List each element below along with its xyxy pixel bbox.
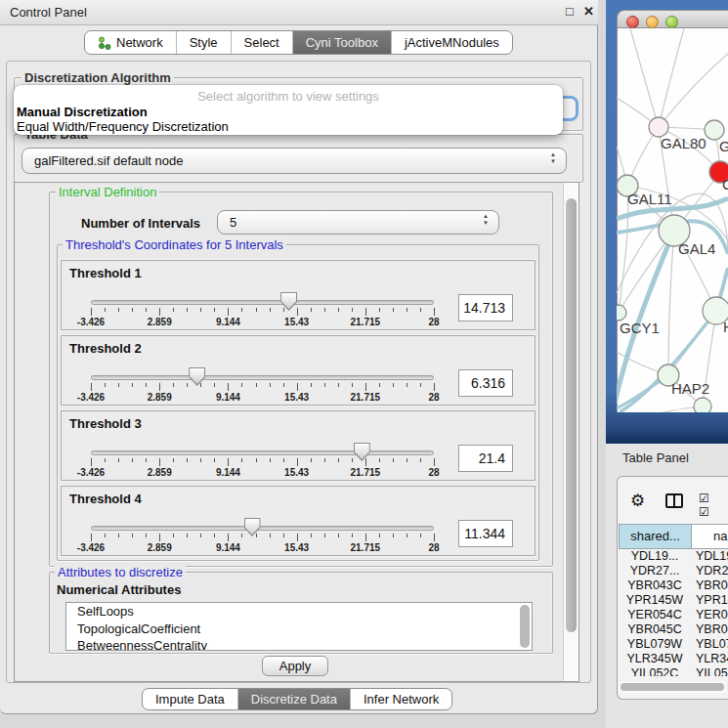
slider-handle[interactable]: [354, 443, 370, 461]
cell-name: YDR27: [696, 564, 728, 578]
table-row[interactable]: YDL19...YDL19: [619, 549, 728, 564]
slider-tick: [159, 308, 160, 316]
slider-tick: [324, 534, 325, 537]
slider-tick: [352, 458, 353, 462]
threshold-value-field[interactable]: 21.4: [458, 445, 513, 472]
tab-infer-network[interactable]: Infer Network: [350, 689, 451, 709]
application-root: Control Panel □ ✕ Network Style Select C…: [0, 0, 728, 728]
threshold-label: Threshold 3: [69, 416, 142, 431]
slider-tick-label: 9.144: [216, 317, 240, 327]
slider-handle[interactable]: [189, 367, 205, 386]
menu-item-equal-width-frequency[interactable]: Equal Width/Frequency Discretization: [17, 119, 229, 134]
slider-tick-label: 21.715: [351, 317, 381, 327]
threshold-row: Threshold 2-3.4262.8599.14415.4321.71528…: [61, 335, 535, 406]
slider-tick: [324, 458, 325, 462]
slider-handle[interactable]: [244, 518, 261, 536]
table-row[interactable]: YIL052CYIL05: [619, 666, 728, 676]
threshold-value-field[interactable]: 14.713: [458, 294, 513, 321]
slider-tick-label: 28: [428, 392, 439, 403]
slider-tick: [146, 383, 147, 387]
attribute-list-item[interactable]: TopologicalCoefficient: [66, 621, 532, 638]
minimize-traffic-light-icon[interactable]: [646, 16, 659, 28]
slider-tick: [105, 308, 106, 312]
slider-track[interactable]: [91, 450, 434, 455]
table-row[interactable]: YLR345WYLR34: [619, 652, 728, 666]
menu-item-manual-discretization[interactable]: Manual Discretization: [17, 105, 148, 119]
tab-network[interactable]: Network: [85, 31, 176, 54]
table-row[interactable]: YBR045CYBR04: [619, 622, 728, 637]
table-rows[interactable]: YDL19...YDL19YDR27...YDR27YBR043CYBR04YP…: [619, 549, 728, 676]
slider-tick: [118, 458, 119, 462]
attributes-scrollbar-thumb[interactable]: [520, 605, 530, 648]
slider-tick-label: 2.859: [148, 392, 172, 403]
gear-icon[interactable]: ⚙: [630, 491, 645, 511]
slider-track[interactable]: [91, 300, 434, 305]
table-row[interactable]: YBR043CYBR04: [619, 578, 728, 593]
number-of-intervals-combobox[interactable]: 5 ▲▼: [217, 210, 499, 235]
split-columns-icon[interactable]: [665, 493, 683, 508]
slider-tick: [283, 383, 284, 387]
slider-track[interactable]: [91, 526, 434, 531]
slider-tick: [324, 383, 325, 387]
slider-tick: [200, 383, 201, 387]
network-window-titlebar[interactable]: [617, 10, 728, 28]
threshold-row: Threshold 4-3.4262.8599.14415.4321.71528…: [61, 486, 535, 556]
slider-tick: [434, 383, 435, 391]
bottom-tabbar: Impute Data Discretize Data Infer Networ…: [142, 688, 452, 710]
network-edge[interactable]: [668, 231, 674, 375]
slider-tick: [132, 308, 133, 312]
slider-tick-label: 2.859: [148, 317, 172, 327]
close-traffic-light-icon[interactable]: [626, 16, 639, 28]
threshold-label: Threshold 4: [69, 492, 142, 506]
slider-tick: [105, 458, 106, 462]
number-of-intervals-label: Number of Intervals: [81, 216, 200, 231]
table-row[interactable]: YPR145WYPR14: [619, 593, 728, 608]
column-header-name[interactable]: na: [691, 524, 728, 549]
tab-style[interactable]: Style: [176, 31, 231, 54]
node-topright[interactable]: [705, 120, 724, 140]
float-icon[interactable]: □: [566, 4, 574, 19]
slider-tick: [173, 308, 174, 312]
cell-shared-name: YBL079W: [619, 637, 691, 651]
node-gal80[interactable]: [649, 117, 668, 137]
numerical-attributes-list[interactable]: SelfLoopsTopologicalCoefficientBetweenne…: [65, 602, 533, 651]
tab-select[interactable]: Select: [231, 31, 292, 54]
table-data-combobox[interactable]: galFiltered.sif default node ▲▼: [21, 148, 567, 174]
tab-discretize-data[interactable]: Discretize Data: [237, 689, 350, 709]
slider-tick: [420, 383, 421, 387]
attribute-list-item[interactable]: SelfLoops: [66, 603, 532, 621]
threshold-label: Threshold 1: [69, 266, 142, 280]
tab-impute-data[interactable]: Impute Data: [143, 689, 237, 709]
cell-shared-name: YBR045C: [619, 622, 691, 636]
slider-tick: [214, 534, 215, 537]
slider-tick: [256, 458, 257, 462]
slider-tick-label: 15.43: [284, 467, 309, 478]
zoom-traffic-light-icon[interactable]: [665, 16, 678, 28]
network-edge[interactable]: [659, 54, 728, 127]
slider-tick: [159, 383, 160, 391]
checkbox-columns-icon[interactable]: ☑ ☑: [699, 492, 728, 519]
table-row[interactable]: YDR27...YDR27: [619, 564, 728, 578]
column-header-shared[interactable]: shared...: [619, 524, 692, 549]
network-edge[interactable]: [630, 28, 659, 127]
apply-button[interactable]: Apply: [262, 656, 328, 676]
horizontal-scrollbar-thumb[interactable]: [621, 683, 724, 691]
slider-tick: [270, 383, 271, 387]
threshold-value-field[interactable]: 6.316: [458, 369, 513, 397]
table-row[interactable]: YBL079WYBL07: [619, 637, 728, 652]
attribute-list-item[interactable]: BetweennessCentrality: [66, 637, 532, 651]
table-row[interactable]: YER054CYER05: [619, 608, 728, 622]
threshold-value-field[interactable]: 11.344: [458, 520, 513, 547]
slider-tick: [407, 534, 407, 537]
node-gcy1[interactable]: [617, 305, 626, 321]
node-bottom[interactable]: [694, 398, 711, 412]
vertical-scrollbar-thumb[interactable]: [566, 198, 577, 632]
network-graph[interactable]: GAL80GACGAL11GAL4GCY1HHAP2: [617, 28, 728, 412]
slider-track[interactable]: [91, 375, 434, 380]
slider-tick: [214, 308, 215, 312]
slider-tick: [173, 534, 174, 537]
close-icon[interactable]: ✕: [583, 4, 594, 19]
tab-cyni-toolbox[interactable]: Cyni Toolbox: [292, 31, 391, 54]
slider-tick: [241, 308, 242, 312]
tab-jactivemnodules[interactable]: jActiveMNodules: [391, 31, 512, 54]
